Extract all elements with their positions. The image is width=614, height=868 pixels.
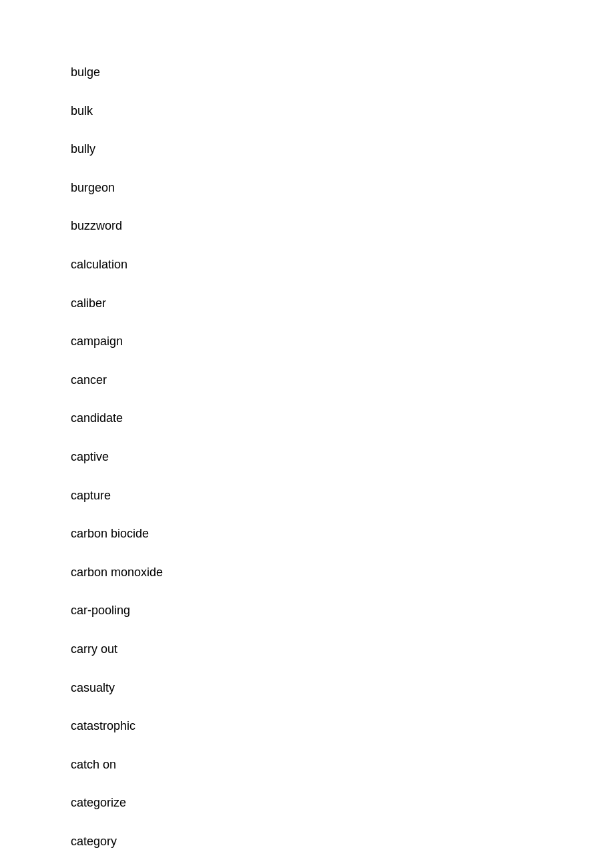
list-item[interactable]: category	[71, 823, 614, 861]
list-item[interactable]: captive	[71, 438, 614, 477]
list-item[interactable]: calculation	[71, 246, 614, 284]
list-item[interactable]: candidate	[71, 399, 614, 438]
list-item[interactable]: cancer	[71, 361, 614, 400]
list-item[interactable]: catch on	[71, 746, 614, 785]
list-item[interactable]: bulk	[71, 92, 614, 131]
list-item[interactable]: casualty	[71, 669, 614, 708]
list-item[interactable]: catastrophic	[71, 707, 614, 746]
list-item[interactable]: capture	[71, 477, 614, 515]
word-list: bulgebulkbullyburgeonbuzzwordcalculation…	[0, 0, 614, 868]
list-item[interactable]: buzzword	[71, 207, 614, 246]
list-item[interactable]: carbon biocide	[71, 515, 614, 554]
list-item[interactable]: carry out	[71, 630, 614, 669]
list-item[interactable]: bulge	[71, 53, 614, 92]
list-item[interactable]: burgeon	[71, 169, 614, 208]
list-item[interactable]: bully	[71, 130, 614, 169]
list-item[interactable]: cater for	[71, 861, 614, 868]
list-item[interactable]: campaign	[71, 322, 614, 361]
list-item[interactable]: car-pooling	[71, 592, 614, 630]
list-item[interactable]: categorize	[71, 784, 614, 823]
list-item[interactable]: caliber	[71, 284, 614, 323]
list-item[interactable]: carbon monoxide	[71, 554, 614, 592]
